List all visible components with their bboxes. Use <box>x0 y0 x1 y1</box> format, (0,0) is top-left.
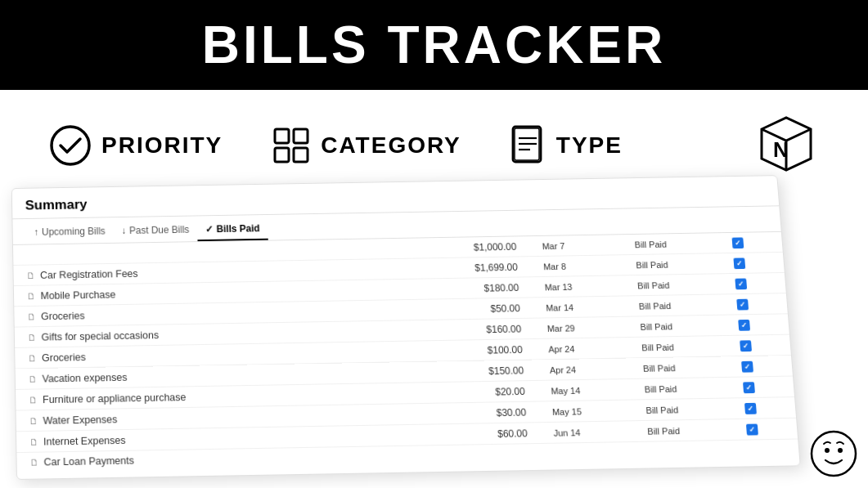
bill-date: Jun 14 <box>540 421 636 444</box>
svg-point-13 <box>838 448 843 453</box>
bill-name: Water Expenses <box>43 414 117 426</box>
bills-table: $1,000.00Mar 7Bill Paid🗋Car Registration… <box>13 232 799 472</box>
bill-date: Mar 7 <box>528 235 623 256</box>
bill-date: Mar 13 <box>531 275 625 298</box>
bill-amount: $100.00 <box>418 338 537 361</box>
priority-label: PRIORITY <box>101 132 223 159</box>
bill-amount: $1,699.00 <box>414 257 532 280</box>
row-doc-icon: 🗋 <box>28 353 37 363</box>
bill-status: Bill Paid <box>632 398 733 421</box>
bill-checkbox[interactable] <box>733 418 798 440</box>
svg-point-0 <box>52 127 89 164</box>
category-label: CATEGORY <box>321 132 461 159</box>
notion-cube: N <box>753 113 819 178</box>
checkmark-icon <box>49 124 92 167</box>
bill-checkbox[interactable] <box>722 272 786 293</box>
bill-amount: $50.00 <box>416 298 533 320</box>
row-doc-icon: 🗋 <box>27 311 36 321</box>
bill-status: Bill Paid <box>623 253 722 275</box>
bill-name: Mobile Purchase <box>40 289 115 301</box>
bill-name: Gifts for special occasions <box>41 329 159 342</box>
bill-name: Furniture or appliance purchase <box>43 392 187 405</box>
row-doc-icon: 🗋 <box>29 395 38 405</box>
bill-name: Car Registration Fees <box>40 268 138 281</box>
bill-name: Vacation expenses <box>42 371 127 384</box>
bill-checkbox[interactable] <box>726 334 791 356</box>
tab-billspaid[interactable]: ✓ Bills Paid <box>197 220 268 241</box>
page-title: BILLS TRACKER <box>202 15 667 75</box>
bill-amount <box>423 443 542 465</box>
bill-date: Apr 24 <box>535 338 630 360</box>
svg-text:N: N <box>773 137 789 162</box>
bill-amount: $1,000.00 <box>412 236 529 258</box>
svg-rect-3 <box>275 148 289 162</box>
bill-checkbox[interactable] <box>725 314 789 336</box>
bill-status: Bill Paid <box>631 377 731 400</box>
svg-point-12 <box>825 448 830 453</box>
bill-checkbox[interactable] <box>728 356 793 378</box>
bill-amount: $60.00 <box>422 423 542 445</box>
row-doc-icon: 🗋 <box>27 291 36 301</box>
row-doc-icon: 🗋 <box>29 458 38 468</box>
bill-status <box>635 440 735 461</box>
row-doc-icon: 🗋 <box>29 437 38 446</box>
bill-date: May 15 <box>538 400 633 423</box>
bill-status: Bill Paid <box>628 335 728 357</box>
bill-name: Groceries <box>42 351 86 364</box>
header-banner: BILLS TRACKER <box>0 0 868 90</box>
document-icon <box>510 124 546 167</box>
row-doc-icon: 🗋 <box>29 416 38 426</box>
bill-checkbox[interactable] <box>730 376 794 398</box>
bill-date: Mar 29 <box>533 316 628 338</box>
pastdue-arrow: ↓ <box>121 225 126 236</box>
svg-rect-4 <box>294 148 308 162</box>
category-item: CATEGORY <box>272 126 461 165</box>
bill-amount: $30.00 <box>421 401 540 424</box>
type-label: TYPE <box>556 132 623 159</box>
face-avatar <box>809 429 858 478</box>
svg-rect-1 <box>275 129 289 143</box>
svg-point-11 <box>812 432 856 476</box>
type-item: TYPE <box>510 124 623 167</box>
row-doc-icon: 🗋 <box>29 374 38 383</box>
bill-date: May 14 <box>537 378 632 401</box>
bill-name: Car Loan Payments <box>43 455 134 468</box>
upcoming-arrow: ↑ <box>34 226 38 238</box>
bill-date: Mar 8 <box>530 255 624 277</box>
tab-pastdue[interactable]: ↓ Past Due Bills <box>113 221 197 243</box>
row-doc-icon: 🗋 <box>28 332 37 342</box>
bill-status: Bill Paid <box>624 274 723 296</box>
bill-name: Internet Expenses <box>43 434 126 447</box>
bill-status: Bill Paid <box>629 356 729 379</box>
bill-name: Groceries <box>41 310 85 322</box>
bill-status: Bill Paid <box>621 233 720 255</box>
bill-date <box>541 441 636 463</box>
bill-status: Bill Paid <box>634 419 735 442</box>
bill-checkbox[interactable] <box>718 232 782 253</box>
tab-upcoming[interactable]: ↑ Upcoming Bills <box>25 222 114 244</box>
bill-status: Bill Paid <box>625 294 725 316</box>
bill-amount: $160.00 <box>416 318 534 341</box>
bill-checkbox[interactable] <box>723 293 788 316</box>
bill-checkbox[interactable] <box>734 439 799 460</box>
bill-date: Mar 14 <box>533 296 627 318</box>
svg-rect-2 <box>294 129 308 143</box>
bills-panel: Summary ↑ Upcoming Bills ↓ Past Due Bill… <box>11 175 801 480</box>
grid-icon <box>272 126 311 165</box>
priority-item: PRIORITY <box>49 124 223 167</box>
bill-checkbox[interactable] <box>731 397 796 419</box>
bill-checkbox[interactable] <box>720 252 785 273</box>
bill-amount: $150.00 <box>419 360 537 383</box>
bill-status: Bill Paid <box>627 315 726 337</box>
bill-amount: $20.00 <box>420 380 538 403</box>
row-doc-icon: 🗋 <box>26 271 35 280</box>
bill-date: Apr 24 <box>536 358 631 380</box>
billspaid-check: ✓ <box>205 224 214 235</box>
bill-amount: $180.00 <box>415 277 533 300</box>
